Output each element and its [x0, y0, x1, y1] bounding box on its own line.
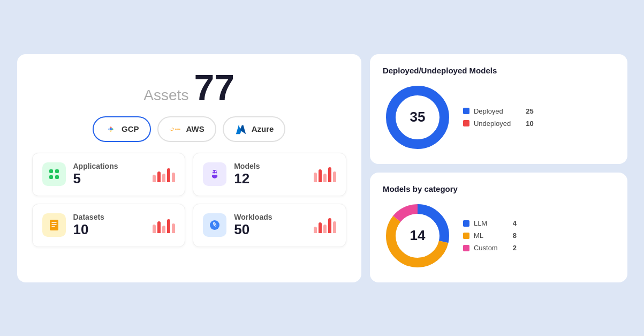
undeployed-label: Undeployed	[474, 120, 511, 128]
svg-marker-3	[240, 125, 246, 134]
deployed-legend: Deployed 25 Undeployed 10	[463, 107, 534, 128]
stat-card-applications[interactable]: Applications 5	[32, 153, 186, 196]
category-donut-section: 14 LLM 4 ML 8 Cus	[383, 201, 615, 271]
stat-card-workloads[interactable]: S Workloads 50	[193, 204, 346, 247]
svg-rect-11	[50, 220, 58, 230]
datasets-chart	[153, 217, 175, 233]
stat-card-models[interactable]: Models 12	[193, 153, 346, 196]
deployed-card: Deployed/Undeployed Models 35	[370, 54, 627, 164]
cloud-btn-azure[interactable]: Azure	[223, 116, 286, 142]
dashboard: Assets 77 GCP	[17, 54, 627, 282]
aws-label: AWS	[186, 124, 204, 133]
workloads-info: Workloads 50	[234, 213, 306, 238]
gcp-icon	[104, 123, 117, 136]
llm-dot	[463, 220, 469, 227]
llm-label: LLM	[474, 219, 487, 227]
category-legend-item-llm: LLM 4	[463, 219, 517, 227]
svg-text:35: 35	[410, 109, 425, 125]
azure-label: Azure	[252, 124, 274, 133]
applications-name: Applications	[73, 162, 146, 170]
cloud-btn-aws[interactable]: aws AWS	[157, 116, 216, 142]
datasets-name: Datasets	[73, 213, 146, 221]
workloads-chart	[314, 217, 336, 233]
models-chart	[314, 166, 336, 182]
category-card: Models by category 14	[370, 173, 627, 282]
custom-count: 2	[502, 244, 517, 252]
custom-dot	[463, 245, 469, 251]
deployed-donut-section: 35 Deployed 25 Undeployed 10	[383, 83, 615, 152]
models-info: Models 12	[234, 162, 306, 187]
custom-label: Custom	[474, 244, 498, 252]
applications-value: 5	[73, 170, 146, 187]
gcp-label: GCP	[122, 124, 139, 133]
cloud-buttons: GCP aws AWS	[32, 116, 346, 142]
stat-grid: Applications 5	[32, 153, 346, 247]
ml-dot	[463, 233, 469, 239]
workloads-name: Workloads	[234, 213, 306, 221]
datasets-value: 10	[73, 221, 146, 238]
svg-point-0	[110, 128, 112, 130]
workloads-value: 50	[234, 221, 306, 238]
aws-icon: aws	[169, 123, 182, 136]
datasets-info: Datasets 10	[73, 213, 146, 238]
undeployed-dot	[463, 120, 469, 126]
models-name: Models	[234, 162, 306, 170]
assets-label: Assets	[143, 87, 188, 104]
deployed-legend-item-deployed: Deployed 25	[463, 107, 534, 115]
svg-point-9	[213, 171, 214, 172]
right-panel: Deployed/Undeployed Models 35	[370, 54, 627, 282]
svg-text:14: 14	[410, 227, 425, 243]
azure-icon	[234, 123, 247, 136]
category-donut: 14	[383, 201, 452, 271]
ml-label: ML	[474, 232, 483, 240]
models-value: 12	[234, 170, 306, 187]
assets-value: 77	[194, 69, 234, 106]
ml-count: 8	[502, 232, 517, 240]
models-icon	[203, 162, 226, 186]
deployed-chart-title: Deployed/Undeployed Models	[383, 66, 615, 75]
assets-header: Assets 77	[32, 69, 346, 106]
svg-rect-7	[55, 175, 59, 179]
workloads-icon: S	[203, 213, 226, 237]
left-panel: Assets 77 GCP	[17, 54, 361, 282]
category-chart-title: Models by category	[383, 184, 615, 193]
deployed-label: Deployed	[474, 107, 503, 115]
cloud-btn-gcp[interactable]: GCP	[93, 116, 151, 142]
category-legend-item-ml: ML 8	[463, 232, 517, 240]
svg-rect-5	[55, 169, 59, 173]
datasets-icon	[42, 213, 66, 237]
deployed-legend-item-undeployed: Undeployed 10	[463, 120, 534, 128]
svg-rect-4	[49, 169, 53, 173]
deployed-count: 25	[515, 107, 533, 115]
deployed-donut: 35	[383, 83, 452, 152]
category-legend-item-custom: Custom 2	[463, 244, 517, 252]
llm-count: 4	[502, 219, 517, 227]
svg-rect-6	[49, 175, 53, 179]
applications-chart	[153, 166, 175, 182]
stat-card-datasets[interactable]: Datasets 10	[32, 204, 186, 247]
deployed-dot	[463, 108, 469, 114]
svg-text:S: S	[213, 222, 216, 227]
svg-text:aws: aws	[175, 128, 180, 131]
svg-point-10	[215, 171, 217, 173]
category-legend: LLM 4 ML 8 Custom 2	[463, 219, 517, 252]
applications-icon	[42, 162, 66, 186]
undeployed-count: 10	[515, 120, 533, 128]
applications-info: Applications 5	[73, 162, 146, 187]
